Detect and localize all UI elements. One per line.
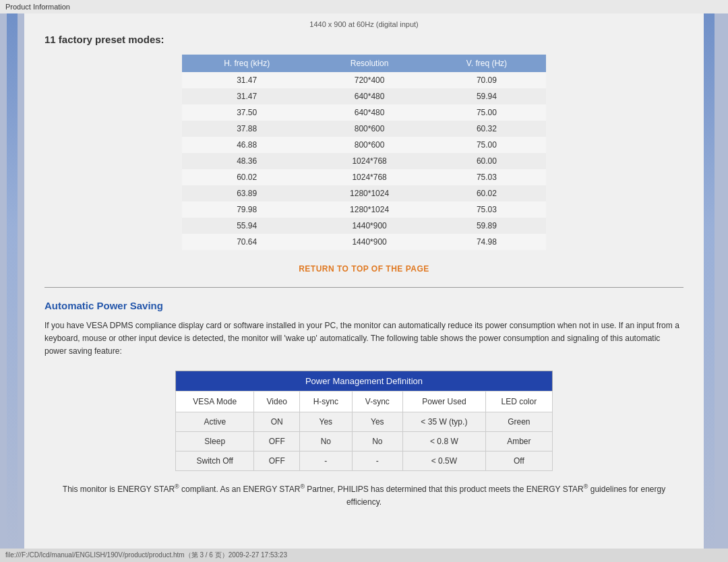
preset-col-vfreq: V. freq (Hz) [427, 55, 546, 72]
pm-cell: OFF [254, 431, 300, 451]
pm-cell: - [300, 451, 352, 470]
pm-col-header: Power Used [403, 391, 486, 412]
pm-col-header: VESA Mode [176, 391, 254, 412]
aps-description: If you have VESA DPMS compliance display… [44, 319, 684, 358]
preset-table-row: 37.88800*60060.32 [182, 121, 546, 137]
pm-table-row: Switch OffOFF--< 0.5WOff [176, 451, 553, 470]
sub-header: 1440 x 900 at 60Hz (digital input) [44, 20, 684, 28]
preset-col-hfreq: H. freq (kHz) [182, 55, 311, 72]
preset-cell: 1024*768 [311, 169, 427, 185]
preset-table-row: 31.47640*48059.94 [182, 88, 546, 104]
preset-table-row: 60.021024*76875.03 [182, 169, 546, 185]
preset-col-resolution: Resolution [311, 55, 427, 72]
preset-cell: 800*600 [311, 121, 427, 137]
sidebar-left [0, 13, 24, 549]
pm-cell: Amber [485, 431, 552, 451]
pm-cell: OFF [254, 451, 300, 470]
preset-cell: 1280*1024 [311, 201, 427, 218]
pm-cell: ON [254, 412, 300, 431]
preset-table-row: 37.50640*48075.00 [182, 104, 546, 121]
content-area: 1440 x 900 at 60Hz (digital input) 11 fa… [24, 13, 704, 549]
preset-cell: 31.47 [182, 88, 311, 104]
preset-cell: 75.00 [427, 137, 546, 153]
pm-col-header: Video [254, 391, 300, 412]
main-layout: 1440 x 900 at 60Hz (digital input) 11 fa… [0, 13, 728, 549]
preset-cell: 800*600 [311, 137, 427, 153]
preset-cell: 640*480 [311, 104, 427, 121]
preset-cell: 640*480 [311, 88, 427, 104]
preset-table-row: 55.941440*90059.89 [182, 218, 546, 234]
sidebar-right [704, 13, 728, 549]
preset-table-row: 48.361024*76860.00 [182, 153, 546, 169]
pm-table-header: Power Management Definition [176, 371, 553, 391]
energy-text2: compliant. As an ENERGY STAR [179, 485, 301, 494]
preset-cell: 59.89 [427, 218, 546, 234]
preset-cell: 75.03 [427, 201, 546, 218]
preset-cell: 60.02 [427, 185, 546, 201]
energy-text1: This monitor is ENERGY STAR [63, 485, 175, 494]
aps-title: Automatic Power Saving [44, 300, 684, 311]
preset-cell: 70.64 [182, 234, 311, 250]
preset-cell: 60.02 [182, 169, 311, 185]
sidebar-right-decoration [704, 13, 715, 549]
preset-table-row: 31.47720*40070.09 [182, 72, 546, 88]
energy-sup1: ® [175, 483, 179, 490]
pm-cell: Yes [352, 412, 403, 431]
preset-cell: 48.36 [182, 153, 311, 169]
pm-cell: - [352, 451, 403, 470]
return-link-container: RETURN TO TOP OF THE PAGE [44, 263, 684, 274]
pm-cell: Active [176, 412, 254, 431]
pm-cell: Sleep [176, 431, 254, 451]
return-link[interactable]: RETURN TO TOP OF THE PAGE [299, 264, 429, 274]
section-divider [44, 287, 684, 288]
bottom-bar-label: file:///F:/CD/lcd/manual/ENGLISH/190V/pr… [5, 551, 287, 559]
preset-table-row: 79.981280*102475.03 [182, 201, 546, 218]
pm-cell: Off [485, 451, 552, 470]
preset-cell: 1024*768 [311, 153, 427, 169]
preset-cell: 46.88 [182, 137, 311, 153]
preset-cell: 1280*1024 [311, 185, 427, 201]
preset-table: H. freq (kHz) Resolution V. freq (Hz) 31… [182, 55, 546, 250]
preset-section-title: 11 factory preset modes: [44, 34, 684, 45]
pm-table-row: ActiveONYesYes< 35 W (typ.)Green [176, 412, 553, 431]
preset-cell: 75.03 [427, 169, 546, 185]
pm-col-header: LED color [485, 391, 552, 412]
preset-table-row: 46.88800*60075.00 [182, 137, 546, 153]
preset-table-row: 70.641440*90074.98 [182, 234, 546, 250]
pm-cell: < 0.5W [403, 451, 486, 470]
preset-cell: 37.88 [182, 121, 311, 137]
bottom-bar: file:///F:/CD/lcd/manual/ENGLISH/190V/pr… [0, 549, 728, 562]
preset-cell: 37.50 [182, 104, 311, 121]
sidebar-left-decoration [7, 13, 18, 549]
preset-cell: 60.32 [427, 121, 546, 137]
preset-cell: 1440*900 [311, 218, 427, 234]
preset-cell: 59.94 [427, 88, 546, 104]
preset-cell: 63.89 [182, 185, 311, 201]
preset-cell: 79.98 [182, 201, 311, 218]
preset-cell: 60.00 [427, 153, 546, 169]
energy-text3: Partner, PHILIPS has determined that thi… [305, 485, 584, 494]
pm-table: Power Management Definition VESA ModeVid… [175, 371, 553, 471]
pm-cell: Green [485, 412, 552, 431]
preset-cell: 70.09 [427, 72, 546, 88]
top-bar-label: Product Information [5, 3, 70, 11]
pm-cell: < 35 W (typ.) [403, 412, 486, 431]
preset-table-row: 63.891280*102460.02 [182, 185, 546, 201]
pm-cell: No [352, 431, 403, 451]
pm-col-header: H-sync [300, 391, 352, 412]
pm-cell: No [300, 431, 352, 451]
top-bar: Product Information [0, 0, 728, 13]
pm-table-row: SleepOFFNoNo< 0.8 WAmber [176, 431, 553, 451]
preset-cell: 31.47 [182, 72, 311, 88]
preset-cell: 74.98 [427, 234, 546, 250]
preset-cell: 75.00 [427, 104, 546, 121]
preset-cell: 720*400 [311, 72, 427, 88]
preset-cell: 55.94 [182, 218, 311, 234]
preset-cell: 1440*900 [311, 234, 427, 250]
pm-cell: < 0.8 W [403, 431, 486, 451]
pm-cell: Yes [300, 412, 352, 431]
energy-note: This monitor is ENERGY STAR® compliant. … [44, 482, 684, 509]
pm-col-header: V-sync [352, 391, 403, 412]
pm-cell: Switch Off [176, 451, 254, 470]
